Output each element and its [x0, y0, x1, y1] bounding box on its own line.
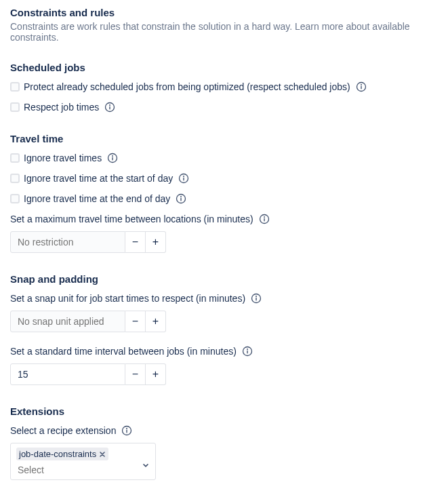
svg-point-16	[264, 216, 265, 218]
svg-rect-2	[361, 86, 361, 90]
svg-rect-14	[181, 198, 182, 201]
svg-point-13	[180, 196, 182, 197]
tag-remove-icon[interactable]	[99, 451, 106, 458]
checkbox-label: Ignore travel time at the end of day	[24, 193, 170, 204]
svg-point-7	[112, 155, 113, 157]
checkbox-respect-times[interactable]	[10, 102, 20, 112]
info-icon[interactable]	[121, 425, 132, 436]
extension-multiselect[interactable]: job-date-constraints	[10, 443, 156, 480]
field-label: Select a recipe extension	[10, 425, 116, 436]
field-label-row-extension: Select a recipe extension	[10, 425, 438, 436]
interval-input[interactable]	[10, 363, 125, 385]
section-title-travel-time: Travel time	[10, 133, 438, 144]
svg-rect-23	[247, 351, 247, 354]
checkbox-label: Ignore travel time at the start of day	[24, 173, 173, 184]
checkbox-row-protect-scheduled: Protect already scheduled jobs from bein…	[10, 81, 438, 92]
svg-point-25	[126, 428, 127, 429]
stepper-plus-button[interactable]: +	[146, 311, 166, 332]
section-snap-padding: Snap and padding Set a snap unit for job…	[10, 273, 438, 385]
info-icon[interactable]	[259, 214, 270, 224]
checkbox-ignore-end[interactable]	[10, 194, 20, 203]
checkbox-ignore-travel[interactable]	[10, 153, 20, 163]
field-label: Set a maximum travel time between locati…	[10, 214, 253, 224]
checkbox-ignore-start[interactable]	[10, 174, 20, 183]
svg-rect-11	[184, 178, 184, 181]
svg-rect-20	[256, 298, 256, 301]
stepper-plus-button[interactable]: +	[146, 231, 166, 253]
stepper-minus-button[interactable]: −	[125, 311, 146, 332]
multiselect-search-input[interactable]	[16, 460, 150, 475]
section-travel-time: Travel time Ignore travel times Ignore t…	[10, 133, 438, 253]
field-label-row-snap-unit: Set a snap unit for job start times to r…	[10, 293, 438, 304]
svg-rect-17	[264, 218, 264, 222]
page-title: Constraints and rules	[10, 7, 438, 18]
stepper-minus-button[interactable]: −	[125, 363, 146, 385]
section-title-extensions: Extensions	[10, 405, 438, 417]
svg-rect-5	[110, 106, 110, 110]
svg-rect-8	[112, 157, 113, 161]
max-travel-input[interactable]	[10, 231, 125, 253]
info-icon[interactable]	[356, 81, 367, 92]
svg-point-10	[183, 176, 184, 177]
field-label-row-max-travel: Set a maximum travel time between locati…	[10, 214, 438, 224]
checkbox-row-ignore-end: Ignore travel time at the end of day	[10, 193, 438, 204]
svg-point-4	[109, 104, 110, 106]
svg-point-19	[256, 296, 257, 297]
section-title-scheduled-jobs: Scheduled jobs	[10, 62, 438, 73]
snap-unit-input[interactable]	[10, 311, 125, 332]
checkbox-row-ignore-travel: Ignore travel times	[10, 153, 438, 163]
section-scheduled-jobs: Scheduled jobs Protect already scheduled…	[10, 62, 438, 113]
checkbox-label: Protect already scheduled jobs from bein…	[24, 81, 350, 92]
checkbox-row-ignore-start: Ignore travel time at the start of day	[10, 173, 438, 184]
field-label-row-interval: Set a standard time interval between job…	[10, 346, 438, 357]
field-label: Set a standard time interval between job…	[10, 346, 237, 357]
multiselect-tags: job-date-constraints	[16, 448, 150, 460]
checkbox-label: Ignore travel times	[24, 153, 102, 163]
tag-label: job-date-constraints	[19, 449, 96, 459]
checkbox-row-respect-times: Respect job times	[10, 102, 438, 113]
info-icon[interactable]	[178, 173, 189, 184]
svg-rect-26	[127, 430, 127, 433]
checkbox-protect-scheduled[interactable]	[10, 82, 20, 92]
max-travel-stepper: − +	[10, 231, 438, 253]
section-extensions: Extensions Select a recipe extension job…	[10, 405, 438, 480]
checkbox-label: Respect job times	[24, 102, 99, 113]
info-icon[interactable]	[242, 346, 253, 357]
field-label: Set a snap unit for job start times to r…	[10, 293, 245, 304]
info-icon[interactable]	[104, 102, 115, 113]
info-icon[interactable]	[176, 193, 186, 204]
info-icon[interactable]	[251, 293, 262, 304]
stepper-minus-button[interactable]: −	[125, 231, 146, 253]
interval-stepper: − +	[10, 363, 438, 385]
info-icon[interactable]	[107, 153, 118, 163]
page-description: Constraints are work rules that constrai…	[10, 21, 438, 43]
svg-point-22	[247, 349, 248, 350]
selected-tag: job-date-constraints	[16, 448, 108, 460]
stepper-plus-button[interactable]: +	[146, 363, 166, 385]
snap-unit-stepper: − +	[10, 311, 438, 332]
svg-point-1	[361, 84, 362, 85]
section-title-snap-padding: Snap and padding	[10, 273, 438, 285]
